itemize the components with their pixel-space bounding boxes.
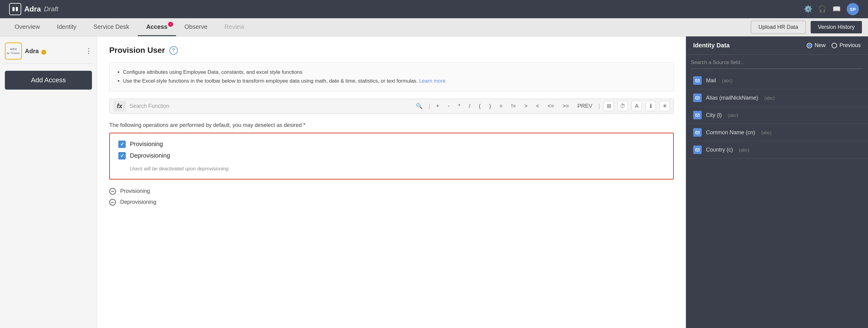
app-name: Adra	[24, 5, 41, 13]
op-minus[interactable]: -	[445, 102, 452, 111]
grid-icon[interactable]: ⊞	[603, 101, 614, 111]
tab-service-desk[interactable]: Service Desk	[85, 18, 138, 36]
identity-data-label: Identity Data	[693, 42, 730, 49]
deprovisioning-label: Deprovisioning	[130, 152, 170, 159]
op-provisioning-item: Provisioning	[109, 188, 674, 195]
field-icon-common-name	[693, 128, 702, 137]
op-prev[interactable]: PREV	[575, 102, 595, 111]
op-plus[interactable]: +	[434, 102, 442, 111]
sidebar-app-name: Adra	[25, 48, 39, 54]
sidebar-logo-box: adraby Timeloc	[5, 42, 22, 60]
tab-observe[interactable]: Observe	[176, 18, 216, 36]
svg-rect-2	[695, 79, 699, 82]
cn-field-icon	[695, 130, 700, 135]
deprovisioning-checkbox[interactable]: ✓	[118, 152, 126, 159]
help-icon[interactable]: ?	[169, 46, 178, 55]
info-i-icon[interactable]: ℹ	[646, 101, 656, 111]
sidebar-logo-text: adraby Timeloc	[7, 47, 20, 55]
add-access-button[interactable]: Add Access	[5, 71, 92, 90]
sidebar: adraby Timeloc Adra i ⋮ Add Access	[0, 36, 97, 328]
radio-new[interactable]: New	[807, 42, 826, 49]
svg-rect-5	[695, 131, 699, 134]
formula-bar: fx 🔍 | + - * / ( ) = != > < <= >= PREV |…	[109, 99, 674, 114]
sidebar-header: adraby Timeloc Adra i ⋮	[5, 42, 92, 63]
top-bar: Adra Draft ⚙️ 🎧 📖 SP	[0, 0, 868, 18]
tab-review[interactable]: Review	[216, 18, 253, 36]
radio-previous[interactable]: Previous	[832, 42, 861, 49]
asterisk-icon[interactable]: ✳	[659, 101, 670, 111]
nav-tabs: Overview Identity Service Desk Access ! …	[0, 18, 868, 36]
page-title-row: Provision User ?	[109, 46, 674, 55]
app-logo: Adra Draft	[9, 3, 58, 15]
op-divide[interactable]: /	[466, 102, 473, 111]
op-lte[interactable]: <=	[546, 102, 557, 111]
search-icon[interactable]: 🔍	[413, 101, 425, 111]
info-item-2: Use the Excel-style functions in the too…	[123, 77, 666, 86]
main-content: Provision User ? Configure attributes us…	[97, 36, 686, 328]
sidebar-logo-area: adraby Timeloc Adra i	[5, 42, 46, 60]
app-status: Draft	[44, 5, 59, 13]
ops-label: The following operations are performed b…	[109, 122, 674, 128]
svg-rect-6	[695, 149, 699, 151]
op-less[interactable]: <	[533, 102, 542, 111]
radio-group: New Previous	[807, 42, 861, 49]
top-bar-left: Adra Draft	[9, 3, 58, 15]
field-item-common-name[interactable]: Common Name (cn) (abc)	[686, 124, 868, 141]
op-greater[interactable]: >	[522, 102, 530, 111]
op-equals[interactable]: =	[497, 102, 505, 111]
svg-rect-4	[695, 114, 699, 117]
right-panel-header: Identity Data New Previous	[686, 36, 868, 55]
field-item-alias[interactable]: Alias (mailNickName) (abc)	[686, 89, 868, 107]
op-deprovisioning-label: Deprovisioning	[120, 199, 156, 205]
provisioning-checkbox[interactable]: ✓	[118, 141, 126, 148]
page-title: Provision User	[109, 46, 165, 55]
field-item-city[interactable]: City (l) (abc)	[686, 107, 868, 124]
deprovisioning-main: ✓ Deprovisioning	[118, 152, 170, 159]
op-gte[interactable]: >=	[560, 102, 571, 111]
avatar[interactable]: SP	[847, 3, 859, 15]
tab-access[interactable]: Access !	[138, 18, 176, 36]
field-list: Mail (abc) Alias (mailNickName) (abc)	[686, 69, 868, 328]
tab-overview[interactable]: Overview	[6, 18, 48, 36]
op-open-paren[interactable]: (	[476, 102, 483, 111]
sidebar-app-name-area: Adra i	[25, 48, 46, 55]
search-function-input[interactable]	[130, 103, 410, 109]
op-not-equals[interactable]: !=	[509, 102, 518, 111]
deprovisioning-sublabel: Users will be deactivated upon deprovisi…	[130, 166, 230, 172]
book-icon[interactable]: 📖	[833, 5, 841, 13]
tab-identity[interactable]: Identity	[48, 18, 85, 36]
field-item-mail[interactable]: Mail (abc)	[686, 72, 868, 89]
version-history-button[interactable]: Version History	[811, 21, 862, 33]
field-item-country[interactable]: Country (c) (abc)	[686, 141, 868, 158]
field-list-inner: Mail (abc) Alias (mailNickName) (abc)	[686, 69, 868, 161]
nav-tabs-right: Upload HR Data Version History	[751, 18, 862, 36]
learn-more-link[interactable]: Learn more	[419, 78, 445, 84]
sidebar-menu-button[interactable]: ⋮	[85, 47, 92, 55]
sidebar-info-badge: i	[41, 50, 46, 55]
field-icon-mail	[693, 76, 702, 85]
upload-hr-data-button[interactable]: Upload HR Data	[751, 21, 806, 34]
info-item-1: Configure attributes using Employee Data…	[123, 68, 666, 77]
op-close-paren[interactable]: )	[487, 102, 494, 111]
clock-icon[interactable]: ⏱	[618, 101, 628, 111]
main-layout: adraby Timeloc Adra i ⋮ Add Access Provi…	[0, 36, 868, 328]
text-a-icon[interactable]: A	[631, 101, 642, 111]
alias-field-icon	[695, 95, 700, 100]
headset-icon[interactable]: 🎧	[818, 5, 827, 13]
city-field-icon	[695, 113, 700, 118]
checkbox-section: ✓ Provisioning ✓ Deprovisioning Users wi…	[109, 133, 674, 179]
radio-previous-circle	[832, 43, 837, 48]
svg-rect-0	[12, 7, 14, 11]
logo-icon	[12, 6, 19, 12]
search-source-input[interactable]	[691, 60, 863, 66]
op-provisioning-label: Provisioning	[120, 188, 150, 195]
info-list: Configure attributes using Employee Data…	[117, 68, 666, 86]
op-provisioning-icon	[109, 188, 116, 195]
op-deprovisioning-icon	[109, 199, 116, 206]
settings-icon[interactable]: ⚙️	[804, 5, 812, 13]
provisioning-row: ✓ Provisioning	[118, 141, 665, 148]
field-icon-city	[693, 111, 702, 119]
field-icon-alias	[693, 93, 702, 102]
op-multiply[interactable]: *	[456, 102, 463, 111]
mail-field-icon	[695, 78, 700, 83]
